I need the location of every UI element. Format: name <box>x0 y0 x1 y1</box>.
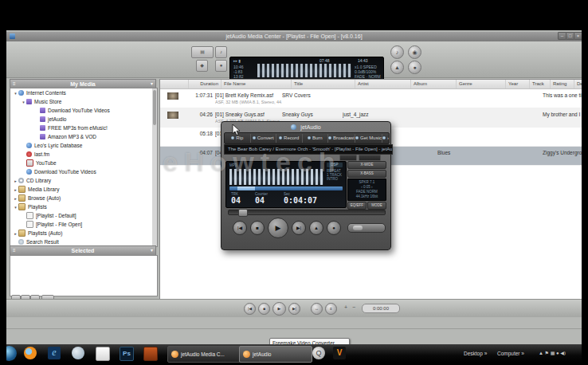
sidebar-item-internet-contents[interactable]: ▾Internet Contents <box>10 88 157 97</box>
xbass-button[interactable]: X-BASS <box>347 170 386 178</box>
player-previous-button[interactable]: |◀ <box>233 221 247 235</box>
dsp-chip: DSP <box>327 163 343 167</box>
settings-button[interactable]: ◆ <box>196 60 208 72</box>
sidebar-item-amazon-mp3[interactable]: Amazon MP3 & VOD <box>10 132 157 141</box>
sidebar-item-cd-library[interactable]: ▸CD Library <box>10 176 157 185</box>
previous-button[interactable]: |◀ <box>244 303 256 315</box>
sidebar-item-free-mp3s[interactable]: FREE MP3s from eMusic! <box>10 124 157 132</box>
visual-toggle-chip[interactable] <box>339 155 357 161</box>
expander-icon[interactable]: ▸ <box>13 187 18 192</box>
eq-effects-button[interactable]: EQ/EFF <box>347 202 367 210</box>
sidebar-item-lyric-database[interactable]: Leo's Lyric Database <box>10 141 157 150</box>
expander-icon[interactable]: ▸ <box>13 196 18 201</box>
eject-button[interactable]: ▲ <box>390 61 404 74</box>
expander-icon[interactable]: ▾ <box>13 91 18 96</box>
start-button[interactable] <box>6 346 17 361</box>
playlist-position-bar[interactable] <box>229 186 343 190</box>
volume-knob[interactable] <box>353 226 363 230</box>
visualization-button[interactable]: ♪ <box>215 46 227 58</box>
playlist-toggle-chip[interactable] <box>359 155 381 161</box>
col-genre[interactable]: Genre <box>457 80 506 88</box>
expander-icon[interactable]: ▸ <box>13 179 18 183</box>
close-button[interactable]: × <box>574 32 582 40</box>
music-mode-button[interactable]: ♪ <box>390 45 404 59</box>
col-rating[interactable]: Rating <box>551 80 574 88</box>
shuffle-button[interactable]: ≡ <box>325 303 337 315</box>
broadcast-button[interactable]: Broadcast <box>328 134 355 143</box>
seek-handle[interactable] <box>238 209 248 217</box>
seek-slider[interactable] <box>228 210 386 215</box>
quicktime-icon[interactable]: Q <box>312 347 325 359</box>
next-button[interactable]: ▶| <box>288 303 300 315</box>
repeat-button[interactable]: ↔ <box>311 303 323 315</box>
internet-explorer-icon[interactable]: e <box>48 347 61 359</box>
player-stop-button[interactable]: ■ <box>250 221 265 235</box>
sidebar-item-download-youtube[interactable]: Download YouTube Videos <box>10 106 157 115</box>
volume-slider[interactable] <box>347 223 386 233</box>
sidebar-item-music-store[interactable]: ▾Music Store <box>10 97 157 106</box>
burn-button[interactable]: Burn <box>303 134 329 143</box>
col-title[interactable]: Title <box>292 80 355 88</box>
desktop-toolbar[interactable]: Desktop » <box>464 344 487 363</box>
player-play-button[interactable]: ▶ <box>268 218 288 238</box>
computer-toolbar[interactable]: Computer » <box>497 344 524 363</box>
sidebar-item-playlist-default[interactable]: [Playlist - Default] <box>10 211 157 220</box>
mode-button[interactable]: MODE <box>367 202 386 210</box>
sidebar-item-jetaudio[interactable]: jetAudio <box>10 115 157 124</box>
col-track[interactable]: Track <box>530 80 551 88</box>
col-album[interactable]: Album <box>411 80 457 88</box>
player-marquee[interactable]: The Bear Bob Carey / Evermore Orch - 'Sm… <box>224 144 393 155</box>
play-button[interactable]: ▶ <box>272 302 286 316</box>
toolbar-overflow-icon[interactable]: › <box>382 134 389 143</box>
scrollbar-thumb[interactable] <box>153 90 156 125</box>
taskbar-button-jetaudio-media-center[interactable]: jetAudio Media C... <box>167 346 244 363</box>
player-eject-button[interactable]: ▲ <box>309 221 323 235</box>
table-row[interactable]: 1:07:31 [01] Brett Kelly Remix.asfASF, 3… <box>160 89 582 108</box>
expander-icon[interactable]: ▸ <box>13 231 18 236</box>
record-button[interactable]: Record <box>276 134 303 143</box>
col-year[interactable]: Year <box>506 80 530 88</box>
player-next-button[interactable]: ▶| <box>292 221 306 235</box>
sidebar-item-browse-auto[interactable]: ▸Browse (Auto) <box>10 194 157 202</box>
volume-down-button[interactable]: − <box>352 304 355 310</box>
stop-button[interactable]: ■ <box>258 303 270 315</box>
col-file-name[interactable]: File Name <box>221 80 292 88</box>
col-duration[interactable]: Duration <box>189 80 221 88</box>
expander-icon[interactable]: ▾ <box>21 100 26 104</box>
col-artist[interactable]: Artist <box>355 80 411 88</box>
jetaudio-player-window[interactable]: jetAudio Rip Convert Record Burn Broadca… <box>221 121 391 250</box>
xwide-button[interactable]: X-WIDE <box>347 161 386 169</box>
sidebar-item-download-youtube-2[interactable]: Download YouTube Videos <box>10 167 157 176</box>
record-mode-button[interactable]: ● <box>408 61 421 74</box>
mode-button[interactable]: ● <box>215 60 227 72</box>
sidebar-item-playlists-auto[interactable]: ▸Playlists (Auto) <box>10 229 157 237</box>
sidebar-item-youtube[interactable]: YouTube <box>10 159 157 167</box>
photoshop-icon[interactable]: Ps <box>120 347 134 361</box>
convert-button[interactable]: Convert <box>251 134 277 143</box>
sidebar-item-playlist-file-open[interactable]: [Playlist - File Open] <box>10 220 157 229</box>
sidebar-item-lastfm[interactable]: last.fm <box>10 150 157 159</box>
music-note-icon <box>26 99 32 104</box>
expander-icon[interactable]: ▾ <box>13 205 18 210</box>
sidebar-item-playlists[interactable]: ▾Playlists <box>10 202 157 211</box>
firefox-icon[interactable] <box>24 347 37 359</box>
player-record-button[interactable]: ● <box>327 221 341 235</box>
system-tray-icons[interactable]: ▲ ⚑ ▦ ● ◀) <box>539 344 566 363</box>
volume-up-button[interactable]: + <box>344 304 347 310</box>
table-header[interactable]: Duration File Name Title Artist Album Ge… <box>160 80 582 89</box>
sidebar-item-media-library[interactable]: ▸Media Library <box>10 185 157 194</box>
menu-icon[interactable]: ≡ <box>13 246 16 255</box>
window-titlebar[interactable]: jetAudio Media Center - [Playlist - File… <box>6 32 582 41</box>
sidebar-scrollbar[interactable] <box>152 88 157 246</box>
documents-icon[interactable] <box>96 347 110 361</box>
disc-mode-button[interactable]: ◉ <box>408 45 421 59</box>
get-music-button[interactable]: Get Music <box>355 134 382 143</box>
app-icon-orange[interactable] <box>143 347 158 361</box>
browser-globe-icon[interactable] <box>72 347 84 359</box>
taskbar-button-jetaudio[interactable]: jetAudio <box>239 346 312 363</box>
player-titlebar[interactable]: jetAudio <box>221 122 390 132</box>
pin-icon[interactable]: ▾ <box>151 246 153 255</box>
col-description[interactable]: Description <box>574 80 582 88</box>
open-file-button[interactable]: ▤ <box>191 46 214 58</box>
v-app-icon[interactable]: V <box>333 347 346 359</box>
